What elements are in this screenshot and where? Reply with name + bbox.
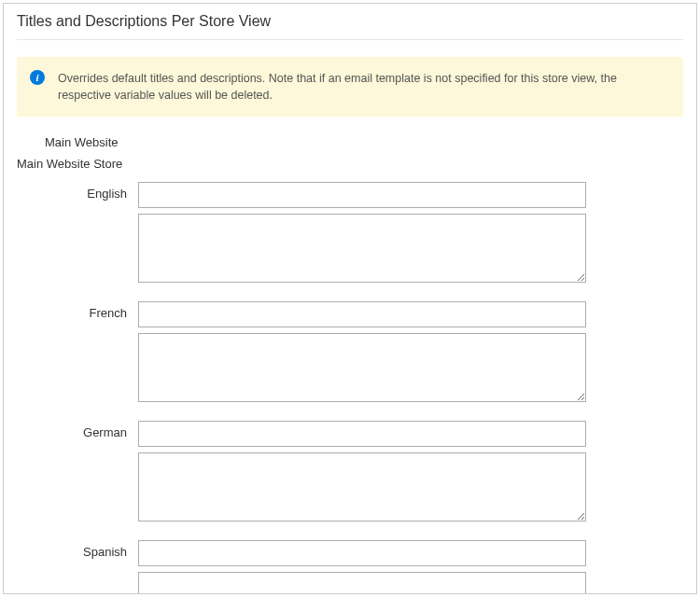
section-title: Titles and Descriptions Per Store View <box>17 13 683 40</box>
store-view-label-english: English <box>17 182 138 201</box>
description-textarea-french[interactable] <box>138 333 586 402</box>
info-message-box: i Overrides default titles and descripti… <box>17 57 683 117</box>
store-label: Main Website Store <box>17 157 683 171</box>
scope-hierarchy: Main Website Main Website Store English … <box>17 135 683 594</box>
field-inputs <box>138 182 586 296</box>
description-textarea-german[interactable] <box>138 452 586 522</box>
store-view-label-spanish: Spanish <box>17 540 138 559</box>
store-view-row: English <box>17 182 683 296</box>
store-view-label-french: French <box>17 301 138 320</box>
field-inputs <box>138 421 586 535</box>
store-view-row: German <box>17 421 683 535</box>
info-message-text: Overrides default titles and description… <box>58 70 670 104</box>
title-input-english[interactable] <box>138 182 586 208</box>
store-view-label-german: German <box>17 421 138 439</box>
store-view-row: Spanish <box>17 540 683 594</box>
title-input-german[interactable] <box>138 421 586 447</box>
website-label: Main Website <box>17 135 683 149</box>
title-input-spanish[interactable] <box>138 540 586 566</box>
description-textarea-spanish[interactable] <box>138 572 586 594</box>
titles-descriptions-panel: Titles and Descriptions Per Store View i… <box>3 3 697 594</box>
field-inputs <box>138 540 586 594</box>
info-icon: i <box>30 70 45 85</box>
store-view-row: French <box>17 301 683 415</box>
field-inputs <box>138 301 586 415</box>
description-textarea-english[interactable] <box>138 214 586 283</box>
title-input-french[interactable] <box>138 301 586 327</box>
